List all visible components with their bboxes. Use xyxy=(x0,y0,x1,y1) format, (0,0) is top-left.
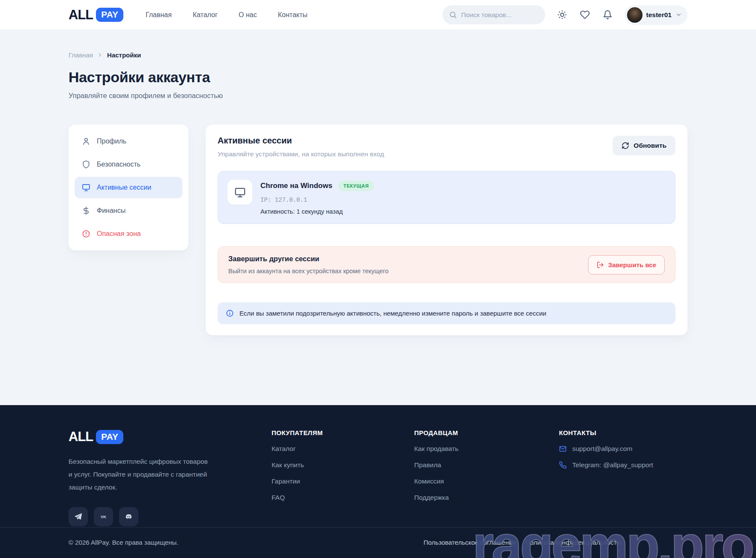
footer-link-commission[interactable]: Комиссия xyxy=(414,477,559,485)
sidebar-item-label: Активные сессии xyxy=(97,184,151,191)
footer-link-faq[interactable]: FAQ xyxy=(272,494,414,501)
session-ip: IP: 127.0.0.1 xyxy=(260,197,374,203)
sidebar-item-finance[interactable]: Финансы xyxy=(75,200,182,221)
alert-circle-icon xyxy=(82,230,90,238)
settings-sidebar: Профиль Безопасность Активные сессии Фин… xyxy=(69,125,188,251)
telegram-button[interactable] xyxy=(69,507,88,526)
social-links: VK xyxy=(69,507,272,526)
nav-link-home[interactable]: Главная xyxy=(146,11,172,19)
session-device-name: Chrome на Windows xyxy=(260,182,332,190)
svg-text:VK: VK xyxy=(101,514,106,519)
breadcrumb-current: Настройки xyxy=(107,51,141,59)
discord-icon xyxy=(125,513,133,521)
security-notice-text: Если вы заметили подозрительную активнос… xyxy=(239,310,546,317)
terminate-title: Завершить другие сессии xyxy=(228,255,388,263)
heart-icon xyxy=(580,10,590,20)
brand-logo-text: ALL xyxy=(69,7,93,23)
privacy-link[interactable]: Политика конфиденциальности xyxy=(526,539,620,546)
footer-column-title: КОНТАКТЫ xyxy=(559,429,687,436)
terminate-all-button[interactable]: Завершить все xyxy=(588,255,665,275)
sidebar-item-label: Безопасность xyxy=(97,161,140,168)
footer-link-catalog[interactable]: Каталог xyxy=(272,445,414,453)
contact-telegram[interactable]: Telegram: @allpay_support xyxy=(559,461,687,469)
main-nav: Главная Каталог О нас Контакты xyxy=(146,11,308,19)
footer-link-support[interactable]: Поддержка xyxy=(414,494,559,501)
vk-icon: VK xyxy=(99,513,108,521)
footer-column-title: ПОКУПАТЕЛЯМ xyxy=(272,429,414,436)
copyright: © 2026 AllPay. Все права защищены. xyxy=(69,539,179,546)
mail-icon xyxy=(559,445,567,453)
shield-icon xyxy=(82,160,90,169)
theme-toggle-button[interactable] xyxy=(557,9,568,21)
nav-link-catalog[interactable]: Каталог xyxy=(193,11,218,19)
brand-logo[interactable]: ALL PAY xyxy=(69,7,123,23)
refresh-button[interactable]: Обновить xyxy=(613,136,675,155)
panel-title: Активные сессии xyxy=(218,136,384,146)
footer-brand-logo[interactable]: ALL PAY xyxy=(69,429,123,445)
telegram-icon xyxy=(74,513,82,521)
footer-column-title: ПРОДАВЦАМ xyxy=(414,429,559,436)
sessions-panel: Активные сессии Управляйте устройствами,… xyxy=(206,125,687,335)
panel-subtitle: Управляйте устройствами, на которых выпо… xyxy=(218,150,384,158)
page-title: Настройки аккаунта xyxy=(69,69,687,86)
footer-link-how-to-buy[interactable]: Как купить xyxy=(272,461,414,469)
sidebar-item-label: Финансы xyxy=(97,207,126,215)
brand-logo-badge: PAY xyxy=(96,8,123,22)
sidebar-item-security[interactable]: Безопасность xyxy=(75,154,182,175)
terminate-sessions-card: Завершить другие сессии Выйти из аккаунт… xyxy=(218,246,675,283)
discord-button[interactable] xyxy=(119,507,138,526)
sun-icon xyxy=(557,10,567,20)
avatar xyxy=(627,7,642,23)
contact-telegram-text: Telegram: @allpay_support xyxy=(572,461,653,469)
contact-email-text: support@allpay.com xyxy=(572,445,632,453)
footer-link-rules[interactable]: Правила xyxy=(414,461,559,469)
phone-icon xyxy=(559,461,567,469)
session-card: Chrome на Windows ТЕКУЩАЯ IP: 127.0.0.1 … xyxy=(218,171,675,224)
brand-logo-text: ALL xyxy=(69,429,93,445)
security-notice: Если вы заметили подозрительную активнос… xyxy=(218,302,675,324)
terms-link[interactable]: Пользовательское соглашение xyxy=(424,539,516,546)
user-menu[interactable]: tester01 xyxy=(625,5,687,25)
refresh-button-label: Обновить xyxy=(633,142,666,149)
vk-button[interactable]: VK xyxy=(94,507,113,526)
device-icon-box xyxy=(227,180,252,205)
page-subtitle: Управляйте своим профилем и безопасность… xyxy=(69,92,687,100)
brand-logo-badge: PAY xyxy=(96,430,123,444)
breadcrumb-home-link[interactable]: Главная xyxy=(69,51,93,59)
dollar-icon xyxy=(82,206,90,215)
footer-column-buyers: ПОКУПАТЕЛЯМ Каталог Как купить Гарантии … xyxy=(272,429,414,526)
chevron-down-icon xyxy=(675,12,682,18)
terminate-subtitle: Выйти из аккаунта на всех устройствах кр… xyxy=(228,268,388,275)
footer-bottom-bar: © 2026 AllPay. Все права защищены. Польз… xyxy=(0,527,756,558)
footer-link-guarantees[interactable]: Гарантии xyxy=(272,477,414,485)
search-input[interactable] xyxy=(442,5,545,24)
breadcrumb: Главная Настройки xyxy=(69,51,687,59)
notifications-button[interactable] xyxy=(602,9,613,21)
monitor-icon xyxy=(82,183,90,192)
top-navbar: ALL PAY Главная Каталог О нас Контакты xyxy=(0,0,756,30)
sidebar-item-active-sessions[interactable]: Активные сессии xyxy=(75,177,182,198)
favorites-button[interactable] xyxy=(580,9,591,21)
footer-description: Безопасный маркетплейс цифровых товаров … xyxy=(69,455,212,494)
nav-link-about[interactable]: О нас xyxy=(239,11,257,19)
monitor-icon xyxy=(234,187,246,198)
username: tester01 xyxy=(646,11,672,19)
session-activity: Активность: 1 секунду назад xyxy=(260,208,374,215)
chevron-right-icon xyxy=(97,52,103,58)
terminate-all-label: Завершить все xyxy=(608,261,656,269)
footer-column-sellers: ПРОДАВЦАМ Как продавать Правила Комиссия… xyxy=(414,429,559,526)
sidebar-item-profile[interactable]: Профиль xyxy=(75,131,182,152)
sidebar-item-danger-zone[interactable]: Опасная зона xyxy=(75,223,182,245)
footer: ALL PAY Безопасный маркетплейс цифровых … xyxy=(0,405,756,558)
footer-link-how-to-sell[interactable]: Как продавать xyxy=(414,445,559,453)
contact-email[interactable]: support@allpay.com xyxy=(559,445,687,453)
info-icon xyxy=(226,309,234,317)
nav-link-contacts[interactable]: Контакты xyxy=(278,11,308,19)
search-box xyxy=(442,5,545,24)
refresh-icon xyxy=(622,142,629,149)
sidebar-item-label: Профиль xyxy=(97,137,126,145)
bell-icon xyxy=(603,10,613,20)
current-session-badge: ТЕКУЩАЯ xyxy=(338,181,374,191)
user-icon xyxy=(82,137,90,146)
sidebar-item-label: Опасная зона xyxy=(97,230,141,238)
